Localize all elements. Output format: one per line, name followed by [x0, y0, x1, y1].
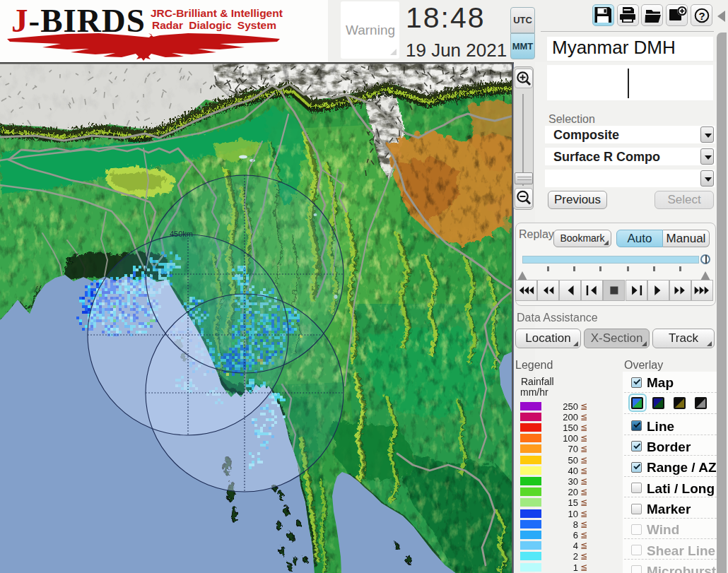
- svg-text:?: ?: [698, 10, 705, 22]
- svg-text:450km: 450km: [170, 230, 193, 238]
